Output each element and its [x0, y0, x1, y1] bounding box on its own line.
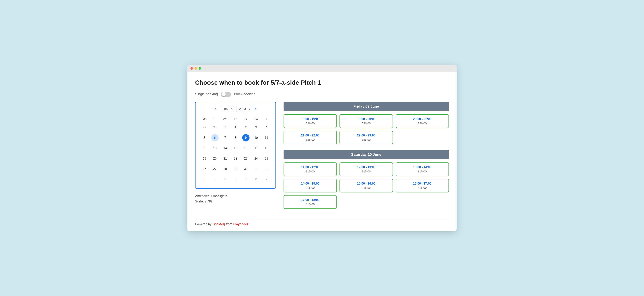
slot-time: 21:00 - 22:00 [287, 134, 334, 137]
slot-price: £26.00 [287, 122, 334, 125]
calendar-day[interactable]: 5 [201, 134, 208, 141]
calendar-day[interactable]: 13 [211, 145, 218, 152]
slot-card[interactable]: 12:00 - 13:00£15.00 [340, 162, 393, 176]
day-header-sa: Sa [251, 116, 262, 122]
slot-time: 12:00 - 13:00 [342, 165, 390, 169]
calendar-day[interactable]: 3 [201, 176, 208, 183]
calendar-day[interactable]: 6 [211, 134, 218, 141]
slots-grid: 18:00 - 19:00£26.0019:00 - 20:00£26.0020… [284, 114, 449, 144]
left-panel: ‹ Jun Jan Feb Mar Apr May Jul Aug Sep Oc… [195, 102, 276, 205]
day-header-su: Su [261, 116, 272, 122]
slot-time: 13:00 - 14:00 [399, 165, 446, 169]
calendar-day[interactable]: 23 [242, 155, 250, 162]
calendar-day[interactable]: 26 [201, 165, 208, 173]
browser-content: Choose when to book for 5/7-a-side Pitch… [188, 72, 456, 231]
main-layout: ‹ Jun Jan Feb Mar Apr May Jul Aug Sep Oc… [195, 102, 449, 214]
calendar-day[interactable]: 7 [242, 176, 250, 183]
browser-titlebar [188, 65, 456, 72]
page-title: Choose when to book for 5/7-a-side Pitch… [195, 79, 449, 86]
slot-price: £15.00 [287, 202, 334, 206]
slot-card[interactable]: 19:00 - 20:00£26.00 [340, 114, 393, 128]
slot-price: £15.00 [287, 186, 334, 189]
maximize-dot[interactable] [198, 67, 201, 70]
slot-card[interactable]: 15:00 - 16:00£15.00 [340, 179, 393, 192]
calendar-day[interactable]: 3 [252, 124, 260, 131]
calendar-day[interactable]: 29 [201, 124, 208, 131]
calendar-wrapper: ‹ Jun Jan Feb Mar Apr May Jul Aug Sep Oc… [195, 102, 276, 189]
calendar-day[interactable]: 6 [232, 176, 239, 183]
day-header-th: Th [230, 116, 241, 122]
calendar-day[interactable]: 1 [252, 165, 260, 173]
calendar-day[interactable]: 8 [232, 134, 239, 141]
calendar-day[interactable]: 30 [211, 124, 218, 131]
footer-brand: Powered by Bookteq from Playfinder [195, 222, 449, 226]
calendar-day[interactable]: 24 [252, 155, 260, 162]
single-booking-label: Single booking [195, 92, 218, 96]
calendar-day[interactable]: 28 [222, 165, 229, 173]
calendar-day[interactable]: 4 [211, 176, 218, 183]
slot-card[interactable]: 21:00 - 22:00£26.00 [284, 131, 337, 144]
calendar-day[interactable]: 1 [232, 124, 239, 131]
slot-time: 20:00 - 21:00 [399, 117, 446, 121]
calendar-day[interactable]: 11 [263, 134, 270, 141]
booking-mode-toggle[interactable] [221, 92, 231, 97]
calendar-day[interactable]: 18 [263, 145, 270, 152]
day-header-we: We [220, 116, 230, 122]
calendar-day[interactable]: 10 [252, 134, 260, 141]
slot-price: £26.00 [399, 122, 446, 125]
calendar-day[interactable]: 30 [242, 165, 250, 173]
slot-card[interactable]: 18:00 - 19:00£26.00 [284, 114, 337, 128]
calendar-day[interactable]: 8 [252, 176, 260, 183]
calendar-day[interactable]: 2 [263, 165, 270, 173]
calendar-day[interactable]: 31 [222, 124, 229, 131]
day-header: Friday 09 June [284, 102, 449, 111]
calendar-day[interactable]: 17 [252, 145, 260, 152]
calendar-day[interactable]: 16 [242, 145, 250, 152]
minimize-dot[interactable] [194, 67, 197, 70]
slot-card[interactable]: 11:00 - 12:00£15.00 [284, 162, 337, 176]
month-select[interactable]: Jun Jan Feb Mar Apr May Jul Aug Sep Oct … [220, 106, 234, 112]
calendar-day[interactable]: 14 [222, 145, 229, 152]
calendar-day[interactable]: 12 [201, 145, 208, 152]
from-text: from [226, 222, 232, 226]
calendar-day[interactable]: 29 [232, 165, 239, 173]
calendar-day[interactable]: 15 [232, 145, 239, 152]
day-header-tu: Tu [210, 116, 220, 122]
next-month-button[interactable]: › [254, 106, 258, 112]
calendar-day[interactable]: 5 [222, 176, 229, 183]
calendar-day[interactable]: 20 [211, 155, 218, 162]
calendar-day[interactable]: 9 [263, 176, 270, 183]
year-select[interactable]: 2022 2023 2024 [236, 106, 251, 112]
calendar-day[interactable]: 19 [201, 155, 208, 162]
slot-card[interactable]: 13:00 - 14:00£15.00 [396, 162, 449, 176]
day-header-mo: Mo [199, 116, 210, 122]
slots-grid: 11:00 - 12:00£15.0012:00 - 13:00£15.0013… [284, 162, 449, 209]
day-header: Saturday 10 June [284, 150, 449, 159]
right-panel: Friday 09 June18:00 - 19:00£26.0019:00 -… [284, 102, 449, 214]
slot-card[interactable]: 20:00 - 21:00£26.00 [396, 114, 449, 128]
browser-window: Choose when to book for 5/7-a-side Pitch… [188, 65, 456, 231]
powered-text: Powered by [195, 222, 212, 226]
slot-time: 16:00 - 17:00 [399, 182, 446, 185]
booking-toggle-row: Single booking Block booking [195, 92, 449, 97]
close-dot[interactable] [190, 67, 193, 70]
slot-card[interactable]: 22:00 - 23:00£26.00 [340, 131, 393, 144]
slot-price: £15.00 [399, 170, 446, 173]
amenities-label: Amenities: Floodlights [195, 193, 276, 199]
calendar-header: ‹ Jun Jan Feb Mar Apr May Jul Aug Sep Oc… [199, 106, 272, 112]
calendar-day[interactable]: 2 [242, 124, 250, 131]
calendar-day[interactable]: 7 [222, 134, 229, 141]
slot-price: £15.00 [399, 186, 446, 189]
slot-card[interactable]: 17:00 - 18:00£15.00 [284, 195, 337, 209]
calendar-day[interactable]: 4 [263, 124, 270, 131]
calendar-day[interactable]: 9 [242, 134, 250, 141]
calendar-day[interactable]: 22 [232, 155, 239, 162]
calendar-day[interactable]: 21 [222, 155, 229, 162]
prev-month-button[interactable]: ‹ [213, 106, 218, 112]
slot-price: £15.00 [342, 170, 390, 173]
slot-card[interactable]: 16:00 - 17:00£15.00 [396, 179, 449, 192]
slot-time: 14:00 - 15:00 [287, 182, 334, 185]
slot-card[interactable]: 14:00 - 15:00£15.00 [284, 179, 337, 192]
calendar-day[interactable]: 25 [263, 155, 270, 162]
calendar-day[interactable]: 27 [211, 165, 218, 173]
